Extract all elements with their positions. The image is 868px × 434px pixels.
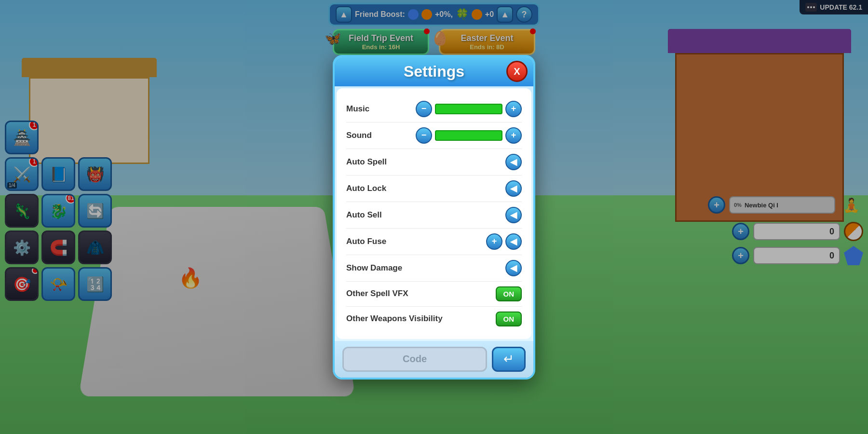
music-row: Music − +: [346, 96, 522, 122]
music-controls: − +: [416, 101, 522, 117]
auto-fuse-label: Auto Fuse: [346, 237, 386, 246]
auto-fuse-controls: + ◀: [486, 233, 522, 250]
auto-sell-row: Auto Sell ◀: [346, 202, 522, 229]
other-spell-vfx-row: Other Spell VFX ON: [346, 282, 522, 307]
auto-lock-controls: ◀: [505, 180, 522, 197]
modal-overlay: Settings X Music − + Sound −: [0, 0, 868, 434]
close-icon: X: [514, 66, 520, 77]
music-volume-bar: [435, 104, 502, 114]
auto-lock-row: Auto Lock ◀: [346, 176, 522, 202]
show-damage-row: Show Damage ◀: [346, 255, 522, 282]
auto-sell-label: Auto Sell: [346, 210, 382, 220]
sound-label: Sound: [346, 131, 372, 140]
other-spell-vfx-toggle[interactable]: ON: [496, 286, 522, 301]
code-label: Code: [403, 353, 427, 365]
sound-minus-button[interactable]: −: [416, 127, 432, 144]
auto-spell-arrow-button[interactable]: ◀: [505, 154, 522, 170]
auto-lock-arrow-button[interactable]: ◀: [505, 180, 522, 197]
other-weapons-visibility-controls: ON: [496, 312, 522, 326]
other-weapons-visibility-label: Other Weapons Visibility: [346, 314, 443, 324]
auto-spell-label: Auto Spell: [346, 157, 387, 167]
auto-sell-arrow-button[interactable]: ◀: [505, 207, 522, 223]
music-plus-button[interactable]: +: [505, 101, 522, 117]
auto-spell-controls: ◀: [505, 154, 522, 170]
code-button[interactable]: Code: [342, 347, 487, 372]
enter-button[interactable]: ↵: [492, 347, 526, 372]
show-damage-arrow-button[interactable]: ◀: [505, 260, 522, 276]
auto-fuse-plus-button[interactable]: +: [486, 233, 502, 250]
sound-controls: − +: [416, 127, 522, 144]
sound-volume-bar: [435, 130, 502, 141]
close-button[interactable]: X: [506, 61, 528, 82]
music-label: Music: [346, 104, 369, 114]
settings-header: Settings X: [335, 57, 533, 86]
sound-plus-button[interactable]: +: [505, 127, 522, 144]
other-weapons-visibility-row: Other Weapons Visibility ON: [346, 307, 522, 331]
auto-fuse-row: Auto Fuse + ◀: [346, 229, 522, 255]
sound-row: Sound − +: [346, 122, 522, 149]
settings-modal: Settings X Music − + Sound −: [333, 55, 535, 380]
other-spell-vfx-label: Other Spell VFX: [346, 289, 408, 298]
show-damage-controls: ◀: [505, 260, 522, 276]
auto-lock-label: Auto Lock: [346, 184, 386, 193]
other-weapons-visibility-toggle[interactable]: ON: [496, 312, 522, 326]
enter-icon: ↵: [503, 352, 514, 366]
other-spell-vfx-controls: ON: [496, 286, 522, 301]
music-minus-button[interactable]: −: [416, 101, 432, 117]
auto-sell-controls: ◀: [505, 207, 522, 223]
auto-fuse-arrow-button[interactable]: ◀: [505, 233, 522, 250]
show-damage-label: Show Damage: [346, 263, 402, 273]
settings-body: Music − + Sound − + Auto Spell: [337, 88, 531, 339]
settings-title: Settings: [404, 63, 464, 81]
settings-footer: Code ↵: [335, 341, 533, 378]
auto-spell-row: Auto Spell ◀: [346, 149, 522, 176]
